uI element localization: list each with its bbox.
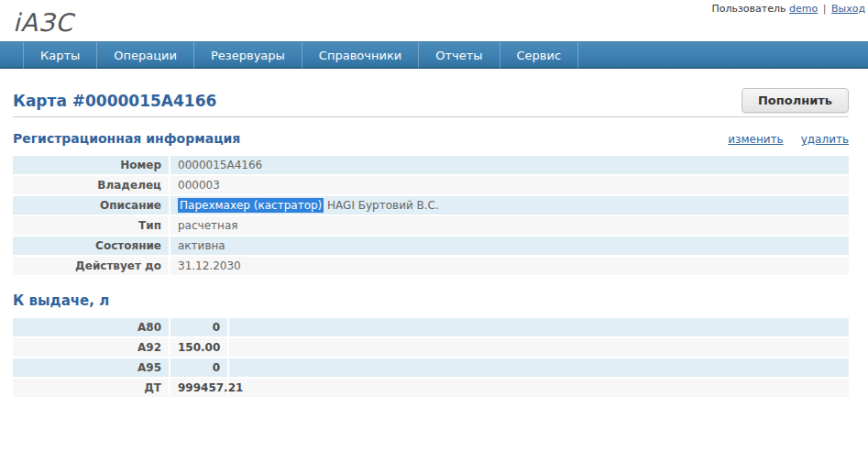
nav-item-reservoirs[interactable]: Резервуары	[193, 42, 302, 69]
field-label: Тип	[13, 216, 169, 235]
fuel-value: 0	[170, 318, 227, 336]
registration-heading: Регистрационная информация	[13, 131, 240, 146]
logout-link[interactable]: Выход	[831, 3, 865, 15]
field-value: Парехмахер (кастратор) HAGI Буртовий В.С…	[170, 196, 849, 215]
field-value: 000003	[170, 176, 849, 194]
field-label: Номер	[13, 156, 169, 174]
balance-table-body: А800А92150.00А950ДТ999457.21	[13, 318, 849, 397]
balance-table: А800А92150.00А950ДТ999457.21	[11, 316, 851, 399]
fuel-label: ДТ	[13, 379, 169, 397]
table-row: ОписаниеПарехмахер (кастратор) HAGI Бурт…	[13, 196, 849, 215]
fuel-value: 999457.21	[170, 379, 227, 397]
page-header: Карта #0000015A4166 Пополнить	[13, 88, 849, 117]
nav-item-operations[interactable]: Операции	[96, 42, 193, 69]
field-label: Действует до	[13, 257, 169, 275]
table-row: Состояниеактивна	[13, 237, 849, 255]
field-value: 0000015A4166	[170, 156, 849, 174]
table-row: Типрасчетная	[13, 216, 849, 235]
page-title: Карта #0000015A4166	[13, 92, 216, 110]
fuel-label: А80	[13, 318, 169, 336]
field-value: 31.12.2030	[170, 257, 849, 275]
table-row: А92150.00	[13, 338, 849, 357]
row-filler	[229, 318, 849, 336]
table-row: А800	[13, 318, 849, 336]
balance-heading: К выдаче, л	[13, 292, 849, 309]
nav-item-service[interactable]: Сервис	[500, 42, 579, 69]
nav-item-reports[interactable]: Отчеты	[418, 42, 499, 69]
user-link[interactable]: demo	[789, 3, 818, 15]
registration-section-header: Регистрационная информация изменить удал…	[13, 129, 849, 147]
topup-button[interactable]: Пополнить	[742, 88, 849, 113]
nav-item-directories[interactable]: Справочники	[302, 42, 418, 69]
field-label: Состояние	[13, 237, 169, 255]
selected-text: Парехмахер (кастратор)	[178, 198, 324, 213]
table-row: Владелец000003	[13, 176, 849, 194]
field-label: Описание	[13, 196, 169, 215]
row-filler	[229, 338, 849, 357]
field-value: активна	[170, 237, 849, 255]
fuel-label: А95	[13, 358, 169, 377]
table-row: Действует до31.12.2030	[13, 257, 849, 275]
table-row: Номер0000015A4166	[13, 156, 849, 174]
table-row: ДТ999457.21	[13, 379, 849, 397]
registration-table: Номер0000015A4166Владелец000003ОписаниеП…	[11, 154, 851, 277]
row-filler	[229, 379, 849, 397]
user-label: Пользователь	[711, 3, 786, 15]
page-content: Карта #0000015A4166 Пополнить Регистраци…	[0, 88, 868, 399]
registration-actions: изменить удалить	[715, 129, 849, 147]
edit-link[interactable]: изменить	[728, 133, 783, 146]
field-label: Владелец	[13, 176, 169, 194]
fuel-value: 0	[170, 358, 227, 377]
field-value: расчетная	[170, 216, 849, 235]
fuel-label: А92	[13, 338, 169, 357]
delete-link[interactable]: удалить	[801, 133, 849, 146]
nav-item-cards[interactable]: Карты	[23, 42, 96, 69]
main-nav: КартыОперацииРезервуарыСправочникиОтчеты…	[0, 41, 868, 69]
registration-table-body: Номер0000015A4166Владелец000003ОписаниеП…	[13, 156, 849, 275]
user-separator: |	[823, 3, 827, 15]
table-row: А950	[13, 358, 849, 377]
fuel-value: 150.00	[170, 338, 227, 357]
user-area: Пользователь demo | Выход	[711, 3, 865, 15]
row-filler	[229, 358, 849, 377]
